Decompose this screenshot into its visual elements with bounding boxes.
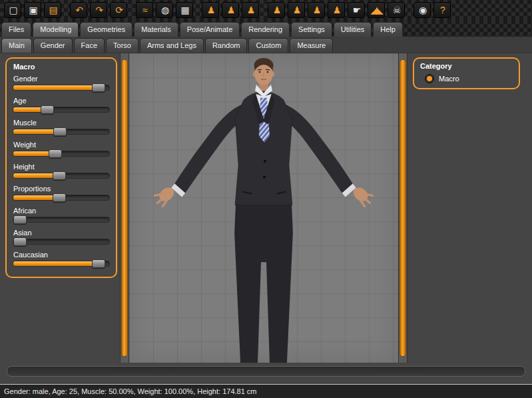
head-figure-button[interactable]: ♟ <box>288 2 305 18</box>
pose-figure-button[interactable]: ♟ <box>328 2 345 18</box>
symmetry-right-button[interactable]: ♟ <box>222 2 239 18</box>
slider-row-weight: Weight <box>13 141 110 157</box>
slider-muscle-track[interactable] <box>13 129 110 135</box>
symmetry-right-icon: ♟ <box>227 5 234 15</box>
slider-gender-track[interactable] <box>13 85 110 91</box>
undo-button[interactable]: ↶ <box>70 2 87 18</box>
reload-button[interactable]: ⟳ <box>110 2 127 18</box>
feet-button[interactable]: ◢◣ <box>368 2 385 18</box>
redo-button[interactable]: ↷ <box>90 2 107 18</box>
subtab-arms-and-legs[interactable]: Arms and Legs <box>140 38 204 53</box>
slider-row-african: African <box>13 207 110 223</box>
export-button[interactable]: ▤ <box>44 2 61 18</box>
help-icon: ? <box>440 5 444 15</box>
wireframe-globe-button[interactable]: ◍ <box>156 2 173 18</box>
torso-figure-icon: ♟ <box>313 5 320 15</box>
slider-row-height: Height <box>13 163 110 179</box>
skeleton-button[interactable]: ☠ <box>388 2 405 18</box>
right-panel-area: Category Macro <box>407 53 532 363</box>
left-splitter-handle[interactable] <box>121 59 128 357</box>
slider-proportions-handle[interactable] <box>53 193 66 202</box>
subtab-random[interactable]: Random <box>205 38 248 53</box>
head-figure-icon: ♟ <box>293 5 300 15</box>
radio-icon <box>425 74 434 83</box>
pose-figure-icon: ♟ <box>333 5 340 15</box>
slider-gender-handle[interactable] <box>92 83 105 92</box>
slider-asian-track[interactable] <box>13 239 110 245</box>
body-figure-icon: ♟ <box>273 5 280 15</box>
symmetry-left-icon: ♟ <box>207 5 214 15</box>
symmetry-left-button[interactable]: ♟ <box>202 2 219 18</box>
save-button[interactable]: ▣ <box>24 2 41 18</box>
slider-weight-handle[interactable] <box>49 149 62 158</box>
slider-caucasian-track[interactable] <box>13 261 110 267</box>
slider-muscle-fill <box>13 129 59 134</box>
slider-african-track[interactable] <box>13 217 110 223</box>
subtab-main[interactable]: Main <box>1 38 32 53</box>
status-bar: Gender: male, Age: 25, Muscle: 50.00%, W… <box>0 384 532 398</box>
tab-materials[interactable]: Materials <box>134 22 178 37</box>
subtab-measure[interactable]: Measure <box>290 38 333 53</box>
character-torso[interactable] <box>235 85 292 205</box>
character-head[interactable] <box>253 58 274 85</box>
hand-button[interactable]: ☛ <box>348 2 365 18</box>
checker-texture-button[interactable]: ▦ <box>176 2 193 18</box>
subtab-gender[interactable]: Gender <box>33 38 73 53</box>
status-text: Gender: male, Age: 25, Muscle: 50.00%, W… <box>4 387 257 395</box>
slider-height-fill <box>13 173 59 178</box>
radio-label: Macro <box>439 75 459 83</box>
right-splitter-handle[interactable] <box>399 59 406 357</box>
subtab-custom[interactable]: Custom <box>248 38 288 53</box>
torso-figure-button[interactable]: ♟ <box>308 2 325 18</box>
tab-settings[interactable]: Settings <box>291 22 332 37</box>
sub-tab-bar: MainGenderFaceTorsoArms and LegsRandomCu… <box>0 37 532 53</box>
character-model[interactable] <box>129 53 398 363</box>
body-figure-button[interactable]: ♟ <box>268 2 285 18</box>
graph-icon: ≈ <box>142 5 146 15</box>
wireframe-globe-icon: ◍ <box>161 5 168 15</box>
load-button[interactable]: ▢ <box>4 2 21 18</box>
viewport-3d[interactable] <box>129 53 398 363</box>
tab-modelling[interactable]: Modelling <box>33 22 79 37</box>
tab-pose-animate[interactable]: Pose/Animate <box>180 22 240 37</box>
tab-rendering[interactable]: Rendering <box>241 22 290 37</box>
slider-proportions-track[interactable] <box>13 195 110 201</box>
redo-icon: ↷ <box>95 5 102 15</box>
symmetry-both-icon: ♟ <box>247 5 254 15</box>
tab-utilities[interactable]: Utilities <box>334 22 372 37</box>
graph-button[interactable]: ≈ <box>136 2 153 18</box>
slider-age-track[interactable] <box>13 107 110 113</box>
category-option-macro[interactable]: Macro <box>425 74 513 83</box>
symmetry-both-button[interactable]: ♟ <box>242 2 259 18</box>
slider-row-proportions: Proportions <box>13 185 110 201</box>
camera-button[interactable]: ◉ <box>413 2 431 18</box>
toolbar-group: ♟♟♟♟☛◢◣☠ <box>268 2 405 18</box>
toolbar-group: ♟♟♟ <box>202 2 259 18</box>
export-icon: ▤ <box>49 5 56 15</box>
character-legs[interactable] <box>234 203 293 363</box>
slider-height-track[interactable] <box>13 173 110 179</box>
load-icon: ▢ <box>9 5 16 15</box>
main-content: Macro GenderAgeMuscleWeightHeightProport… <box>0 53 532 363</box>
slider-label-age: Age <box>13 97 110 105</box>
right-splitter-track[interactable] <box>398 53 407 363</box>
toolbar-group: ◉? <box>413 2 451 18</box>
slider-age-handle[interactable] <box>41 105 54 114</box>
slider-label-caucasian: Caucasian <box>13 251 110 259</box>
tab-files[interactable]: Files <box>1 22 31 37</box>
subtab-torso[interactable]: Torso <box>106 38 138 53</box>
save-icon: ▣ <box>29 5 36 15</box>
slider-weight-track[interactable] <box>13 151 110 157</box>
left-splitter-track[interactable] <box>120 53 129 363</box>
subtab-face[interactable]: Face <box>74 38 105 53</box>
slider-height-handle[interactable] <box>53 171 66 180</box>
tab-help[interactable]: Help <box>373 22 403 37</box>
slider-caucasian-handle[interactable] <box>92 259 105 268</box>
slider-row-caucasian: Caucasian <box>13 251 110 267</box>
slider-asian-handle[interactable] <box>13 237 27 246</box>
category-options: Macro <box>419 74 513 83</box>
tab-geometries[interactable]: Geometries <box>80 22 133 37</box>
slider-african-handle[interactable] <box>13 215 27 224</box>
slider-muscle-handle[interactable] <box>53 127 67 136</box>
help-button[interactable]: ? <box>433 2 451 18</box>
